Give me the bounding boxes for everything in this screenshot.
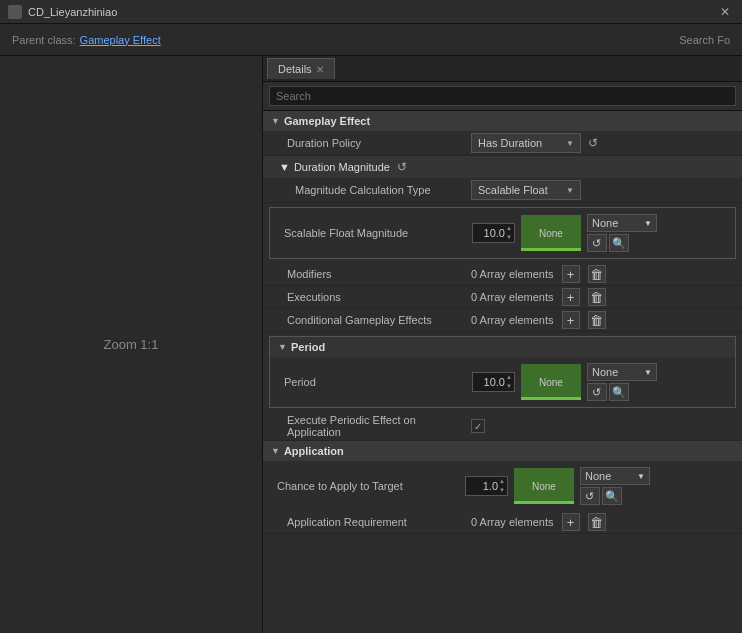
execute-periodic-checkbox[interactable]: ✓: [471, 419, 485, 433]
scalable-float-curve-label: None: [539, 228, 563, 239]
tab-bar: Details ✕: [263, 56, 742, 82]
magnitude-calc-type-label: Magnitude Calculation Type: [271, 184, 471, 196]
period-inner: Period ▲ ▼ None None: [270, 357, 735, 407]
top-bar: Parent class: Gameplay Effect Search Fo: [0, 24, 742, 56]
float-arrow-down-icon[interactable]: ▼: [506, 233, 512, 242]
scalable-float-search-btn[interactable]: 🔍: [609, 234, 629, 252]
application-requirement-delete-btn[interactable]: 🗑: [588, 513, 606, 531]
period-arrow-down-icon[interactable]: ▼: [506, 382, 512, 391]
period-icon-row: ↺ 🔍: [587, 383, 657, 401]
scalable-float-none-dropdown[interactable]: None ▼: [587, 214, 657, 232]
chance-curve-btn[interactable]: None: [514, 468, 574, 504]
details-tab-close[interactable]: ✕: [316, 64, 324, 75]
chance-arrow-up-icon[interactable]: ▲: [499, 477, 505, 486]
chance-input-wrap: ▲ ▼: [465, 476, 508, 496]
app-icon: [8, 5, 22, 19]
scalable-float-curve-btn[interactable]: None: [521, 215, 581, 251]
chance-float-row: Chance to Apply to Target ▲ ▼ None None …: [269, 467, 736, 505]
period-group: ▼ Period Period ▲ ▼ None: [269, 336, 736, 408]
modifiers-array-value: 0 Array elements: [471, 268, 554, 280]
chance-none-dropdown[interactable]: None ▼: [580, 467, 650, 485]
modifiers-delete-btn[interactable]: 🗑: [588, 265, 606, 283]
chance-none-wrap: None ▼ ↺ 🔍: [580, 467, 650, 505]
window-title: CD_Lieyanzhiniao: [28, 6, 716, 18]
magnitude-calc-type-dropdown[interactable]: Scalable Float ▼: [471, 180, 581, 200]
section-triangle-icon: ▼: [271, 116, 280, 126]
period-input-wrap: ▲ ▼: [472, 372, 515, 392]
chance-none-value: None: [585, 470, 611, 482]
duration-policy-row: Duration Policy Has Duration ▼ ↺: [263, 131, 742, 156]
application-section-header[interactable]: ▼ Application: [263, 441, 742, 461]
blueprint-panel: Zoom 1:1: [0, 56, 263, 633]
period-float-arrows: ▲ ▼: [506, 373, 512, 391]
conditional-effects-delete-btn[interactable]: 🗑: [588, 311, 606, 329]
application-triangle-icon: ▼: [271, 446, 280, 456]
scalable-float-none-value: None: [592, 217, 618, 229]
conditional-effects-add-btn[interactable]: +: [562, 311, 580, 329]
scalable-float-reset-btn[interactable]: ↺: [587, 234, 607, 252]
application-requirement-row: Application Requirement 0 Array elements…: [263, 511, 742, 534]
sub-triangle-icon: ▼: [279, 161, 290, 173]
duration-policy-reset-icon[interactable]: ↺: [585, 135, 601, 151]
gameplay-effect-label: Gameplay Effect: [284, 115, 370, 127]
modifiers-add-btn[interactable]: +: [562, 265, 580, 283]
chance-search-btn[interactable]: 🔍: [602, 487, 622, 505]
period-none-dropdown[interactable]: None ▼: [587, 363, 657, 381]
float-arrow-up-icon[interactable]: ▲: [506, 224, 512, 233]
conditional-effects-array-value: 0 Array elements: [471, 314, 554, 326]
none-dropdown-arrow-icon: ▼: [644, 219, 652, 228]
period-reset-btn[interactable]: ↺: [587, 383, 607, 401]
executions-add-btn[interactable]: +: [562, 288, 580, 306]
modifiers-value: 0 Array elements + 🗑: [471, 265, 734, 283]
parent-class-link[interactable]: Gameplay Effect: [80, 34, 161, 46]
executions-value: 0 Array elements + 🗑: [471, 288, 734, 306]
search-input[interactable]: [269, 86, 736, 106]
duration-policy-label: Duration Policy: [271, 137, 471, 149]
application-requirement-add-btn[interactable]: +: [562, 513, 580, 531]
chance-reset-btn[interactable]: ↺: [580, 487, 600, 505]
details-tab[interactable]: Details ✕: [267, 58, 335, 79]
period-curve-label: None: [539, 377, 563, 388]
gameplay-effect-section-header[interactable]: ▼ Gameplay Effect: [263, 111, 742, 131]
zoom-label: Zoom 1:1: [104, 337, 159, 352]
period-section-header[interactable]: ▼ Period: [270, 337, 735, 357]
application-requirement-label: Application Requirement: [271, 516, 471, 528]
chance-icon-row: ↺ 🔍: [580, 487, 650, 505]
scalable-float-magnitude-group: Scalable Float Magnitude ▲ ▼ None None ▼: [269, 207, 736, 259]
magnitude-calc-type-dropdown-value: Scalable Float: [478, 184, 548, 196]
chance-input[interactable]: [468, 480, 498, 492]
magnitude-calc-type-row: Magnitude Calculation Type Scalable Floa…: [263, 178, 742, 203]
period-triangle-icon: ▼: [278, 342, 287, 352]
chance-arrow-down-icon[interactable]: ▼: [499, 486, 505, 495]
scalable-float-none-wrap: None ▼ ↺ 🔍: [587, 214, 657, 252]
scalable-float-input[interactable]: [475, 227, 505, 239]
duration-magnitude-reset-icon[interactable]: ↺: [394, 159, 410, 175]
period-arrow-up-icon[interactable]: ▲: [506, 373, 512, 382]
conditional-effects-row: Conditional Gameplay Effects 0 Array ele…: [263, 309, 742, 332]
executions-array-value: 0 Array elements: [471, 291, 554, 303]
period-label: Period: [276, 376, 466, 388]
period-none-wrap: None ▼ ↺ 🔍: [587, 363, 657, 401]
execute-periodic-row: Execute Periodic Effect on Application ✓: [263, 412, 742, 441]
conditional-effects-value: 0 Array elements + 🗑: [471, 311, 734, 329]
title-bar: CD_Lieyanzhiniao ✕: [0, 0, 742, 24]
application-inner: Chance to Apply to Target ▲ ▼ None None …: [263, 461, 742, 511]
chance-float-arrows: ▲ ▼: [499, 477, 505, 495]
executions-delete-btn[interactable]: 🗑: [588, 288, 606, 306]
search-bar: [263, 82, 742, 111]
duration-policy-dropdown[interactable]: Has Duration ▼: [471, 133, 581, 153]
chance-none-dropdown-arrow-icon: ▼: [637, 472, 645, 481]
duration-magnitude-header[interactable]: ▼ Duration Magnitude ↺: [263, 156, 742, 178]
period-curve-btn[interactable]: None: [521, 364, 581, 400]
executions-row: Executions 0 Array elements + 🗑: [263, 286, 742, 309]
period-section-label: Period: [291, 341, 325, 353]
scalable-float-row: Scalable Float Magnitude ▲ ▼ None None ▼: [276, 214, 729, 252]
magnitude-calc-type-value: Scalable Float ▼: [471, 180, 734, 200]
application-requirement-value: 0 Array elements + 🗑: [471, 513, 734, 531]
period-input[interactable]: [475, 376, 505, 388]
close-button[interactable]: ✕: [716, 3, 734, 21]
period-search-btn[interactable]: 🔍: [609, 383, 629, 401]
search-fo-label: Search Fo: [679, 34, 730, 46]
period-none-value: None: [592, 366, 618, 378]
chance-label: Chance to Apply to Target: [269, 480, 459, 492]
